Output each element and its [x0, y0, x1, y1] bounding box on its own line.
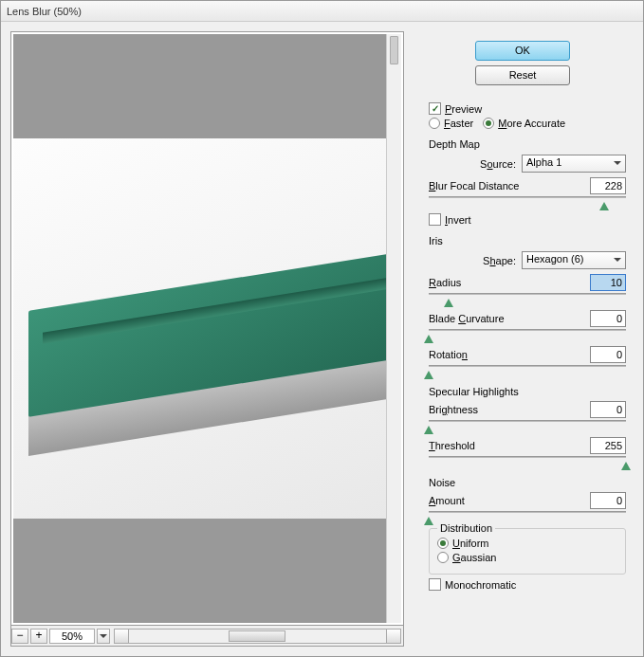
reset-button[interactable]: Reset [475, 65, 570, 85]
titlebar: Lens Blur (50%) [1, 1, 643, 22]
distribution-fieldset: Distribution Uniform Gaussian [429, 528, 626, 575]
preview-panel: − + 50% [1, 22, 404, 656]
gaussian-label: Gaussian [452, 552, 496, 563]
gaussian-radio[interactable] [437, 552, 449, 563]
faster-label: Faster [444, 118, 473, 129]
rotation-slider[interactable] [429, 363, 626, 376]
rotation-input[interactable] [590, 346, 626, 363]
depth-map-group-label: Depth Map [429, 138, 626, 150]
amount-slider[interactable] [429, 509, 626, 522]
shape-select[interactable]: Hexagon (6) [522, 251, 626, 269]
amount-label: Amount [429, 495, 465, 506]
distribution-legend: Distribution [437, 522, 495, 534]
rotation-label: Rotation [429, 349, 468, 360]
source-label: Source: [480, 158, 516, 170]
chevron-down-icon [100, 634, 107, 642]
invert-label: Invert [445, 214, 471, 226]
preview-image[interactable] [13, 138, 386, 519]
shape-label: Shape: [483, 255, 516, 266]
monochromatic-checkbox[interactable] [429, 578, 441, 591]
blade-curvature-slider[interactable] [429, 327, 626, 340]
lens-blur-dialog: Lens Blur (50%) − + 50% [0, 0, 644, 657]
window-title: Lens Blur (50%) [7, 6, 82, 17]
zoom-dropdown[interactable] [97, 629, 110, 644]
threshold-label: Threshold [429, 440, 475, 451]
noise-group-label: Noise [429, 477, 626, 488]
more-accurate-radio[interactable] [483, 118, 494, 129]
iris-group-label: Iris [429, 235, 626, 246]
zoom-in-button[interactable]: + [30, 629, 47, 644]
radius-label: Radius [429, 277, 461, 288]
focal-distance-input[interactable] [590, 177, 626, 194]
brightness-label: Brightness [429, 404, 478, 415]
horizontal-scrollbar[interactable] [114, 629, 401, 644]
source-select[interactable]: Alpha 1 [522, 155, 626, 173]
preview-checkbox[interactable] [429, 102, 441, 115]
threshold-slider[interactable] [429, 454, 626, 467]
blade-curvature-input[interactable] [590, 310, 626, 327]
preview-frame [10, 31, 404, 626]
focal-distance-slider[interactable] [429, 194, 626, 208]
brightness-input[interactable] [590, 401, 626, 418]
uniform-label: Uniform [452, 538, 489, 549]
uniform-radio[interactable] [437, 538, 449, 549]
controls-panel: OK Reset Preview Faster More Accurate De… [404, 22, 643, 656]
radius-slider[interactable] [429, 291, 626, 304]
monochromatic-label: Monochromatic [445, 579, 516, 591]
blade-curvature-label: Blade Curvature [429, 313, 505, 324]
zoom-bar: − + 50% [10, 626, 404, 647]
zoom-out-button[interactable]: − [11, 629, 28, 644]
specular-group-label: Specular Highlights [429, 386, 626, 397]
threshold-input[interactable] [590, 437, 626, 454]
more-accurate-label: More Accurate [498, 118, 565, 129]
focal-distance-label: Blur Focal Distance [429, 180, 519, 192]
zoom-value: 50% [49, 629, 95, 644]
brightness-slider[interactable] [429, 418, 626, 431]
radius-input[interactable] [590, 274, 626, 291]
vertical-scrollbar[interactable] [386, 34, 401, 623]
preview-label: Preview [445, 103, 482, 115]
invert-checkbox[interactable] [429, 213, 441, 226]
amount-input[interactable] [590, 492, 626, 509]
faster-radio[interactable] [429, 118, 440, 129]
ok-button[interactable]: OK [475, 41, 570, 61]
